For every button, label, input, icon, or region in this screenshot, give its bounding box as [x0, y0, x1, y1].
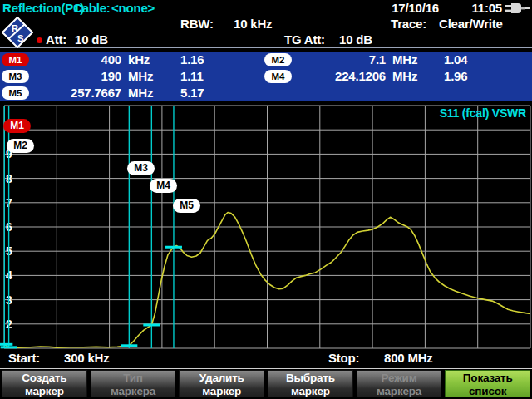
softkey-label: список: [446, 385, 530, 398]
softkey-label: маркера: [91, 385, 175, 398]
date-text: 17/10/16: [392, 1, 439, 15]
softkey-show-list[interactable]: Показать список: [445, 370, 530, 397]
marker-table-left: M1 400 kHz 1.16 M3 190 MHz 1.11 M5 257.7…: [2, 52, 264, 101]
softkey-label: маркер: [268, 385, 352, 398]
softkey-label: Тип: [91, 372, 175, 385]
marker-badge-m4: M4: [264, 70, 292, 83]
softkey-bar: Создать маркер Тип маркера Удалить марке…: [0, 368, 532, 399]
marker-vswr: 1.11: [180, 69, 204, 83]
marker-table: M1 400 kHz 1.16 M3 190 MHz 1.11 M5 257.7…: [0, 52, 532, 101]
chart-marker-badge-m2[interactable]: M2: [7, 139, 34, 153]
measurement-title: Reflection(P1): [2, 1, 84, 15]
header-row-rbw: RBW: 10 kHz Trace: Clear/Write: [0, 17, 532, 32]
softkey-label: Создать: [2, 372, 86, 385]
marker-freq: 400: [33, 52, 121, 66]
trace-value: Clear/Write: [439, 17, 503, 31]
marker-freq: 190: [33, 69, 121, 83]
time-text: 11:05: [471, 1, 502, 15]
start-label: Start:: [8, 351, 40, 365]
chart: 23456789 M1M2M3M4M5 S11 (fcal) VSWR Star…: [0, 101, 532, 368]
marker-table-right: M2 7.1 MHz 1.04 M4 224.1206 MHz 1.96: [264, 52, 532, 85]
trace-mode-label: S11 (fcal) VSWR: [440, 106, 526, 120]
att-label: Att:: [46, 32, 66, 47]
att-value: 10 dB: [75, 32, 108, 47]
stop-label: Stop:: [328, 351, 359, 365]
analyzer-screen: Reflection(P1) Cable: <none> 17/10/16 11…: [0, 0, 532, 399]
marker-vswr: 1.04: [444, 52, 467, 66]
chart-marker-badge-m4[interactable]: M4: [150, 179, 177, 193]
chart-marker-badge-m5[interactable]: M5: [173, 199, 200, 213]
softkey-label: Удалить: [180, 372, 264, 385]
svg-text:R: R: [12, 23, 18, 33]
chart-marker-badge-m3[interactable]: M3: [127, 161, 155, 175]
rbw-label: RBW:: [180, 17, 214, 31]
stop-value: 800 MHz: [384, 351, 433, 365]
marker-unit: MHz: [128, 86, 153, 100]
softkey-label: маркера: [357, 385, 441, 398]
marker-vswr: 1.16: [180, 52, 204, 66]
trace-label: Trace:: [391, 17, 426, 31]
softkey-delete-marker[interactable]: Удалить маркер: [179, 370, 264, 397]
softkey-label: Выбрать: [268, 372, 352, 385]
marker-unit: kHz: [128, 52, 150, 66]
chart-marker-badge-m1[interactable]: M1: [3, 119, 31, 133]
svg-text:S: S: [17, 33, 23, 43]
rohde-schwarz-logo: R S: [2, 17, 33, 48]
marker-unit: MHz: [392, 69, 417, 83]
tg-att-label: TG Att:: [284, 32, 325, 47]
marker-badge-m5: M5: [2, 86, 29, 100]
title-bar: Reflection(P1) Cable: <none> 17/10/16 11…: [0, 1, 532, 16]
header: Reflection(P1) Cable: <none> 17/10/16 11…: [0, 0, 532, 48]
softkey-marker-type[interactable]: Тип маркера: [91, 370, 176, 397]
start-value: 300 kHz: [64, 351, 109, 365]
marker-vswr: 5.17: [180, 86, 204, 100]
softkey-marker-mode[interactable]: Режим маркера: [357, 370, 442, 397]
softkey-create-marker[interactable]: Создать маркер: [2, 370, 87, 397]
tg-att-value: 10 dB: [339, 32, 372, 47]
marker-row-m2: M2 7.1 MHz 1.04: [264, 52, 532, 68]
marker-freq: 7.1: [296, 52, 386, 66]
softkey-select-marker[interactable]: Выбрать маркер: [268, 370, 353, 397]
ac-plug-icon: [505, 2, 530, 14]
marker-unit: MHz: [128, 69, 153, 83]
marker-vswr: 1.96: [444, 69, 467, 83]
marker-row-m4: M4 224.1206 MHz 1.96: [264, 68, 532, 85]
softkey-label: маркер: [180, 385, 264, 398]
header-row-att: Att: 10 dB TG Att: 10 dB: [0, 32, 532, 47]
marker-unit: MHz: [392, 52, 417, 66]
marker-badge-m3: M3: [2, 70, 29, 83]
att-indicator-dot: [37, 37, 42, 43]
marker-row-m5: M5 257.7667 MHz 5.17: [2, 85, 264, 101]
marker-badge-m1: M1: [2, 53, 29, 66]
marker-freq: 224.1206: [296, 69, 386, 83]
marker-freq: 257.7667: [33, 86, 121, 100]
softkey-label: Режим: [357, 372, 441, 385]
chart-svg: 23456789: [0, 101, 532, 368]
softkey-label: Показать: [446, 372, 530, 385]
marker-row-m1: M1 400 kHz 1.16: [2, 52, 264, 68]
cable-value: <none>: [111, 1, 155, 15]
rbw-value: 10 kHz: [234, 17, 272, 31]
marker-row-m3: M3 190 MHz 1.11: [2, 68, 264, 85]
marker-badge-m2: M2: [264, 53, 292, 66]
softkey-label: маркер: [2, 385, 86, 398]
cable-label: Cable:: [73, 1, 111, 15]
